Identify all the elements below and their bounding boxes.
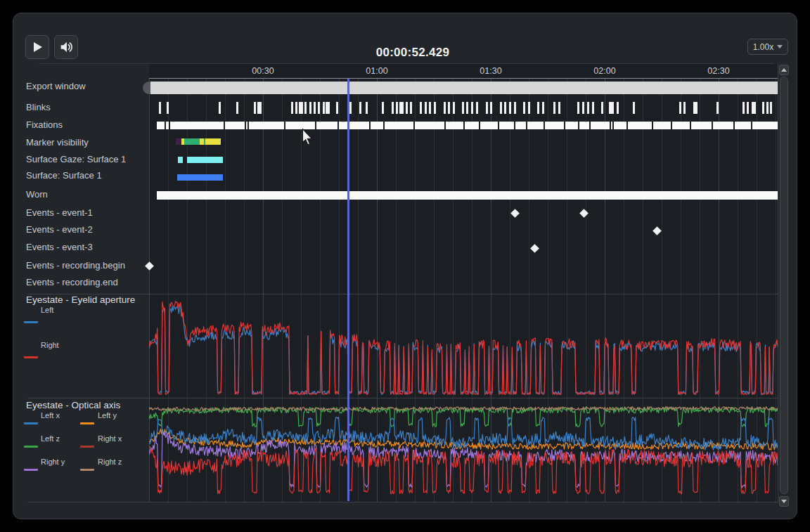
- blink-mark: [366, 102, 368, 114]
- axis-tick-label-02-30: 02:30: [707, 66, 729, 76]
- blink-mark: [392, 102, 394, 114]
- app-window: 00:00:52.429 1.00x Export windowBlinksFi…: [13, 13, 797, 519]
- blink-mark: [444, 102, 446, 114]
- legend-label-right-z: Right z: [98, 458, 122, 466]
- legend-swatch-right-x: [80, 446, 94, 448]
- blink-mark: [766, 102, 769, 114]
- blink-mark: [462, 102, 464, 114]
- blink-mark: [476, 102, 478, 114]
- blink-mark: [592, 102, 594, 114]
- panel-right-edge: [778, 64, 778, 502]
- fixation-gap: [165, 122, 166, 129]
- legend-label-left-z: Left z: [41, 434, 60, 443]
- blink-mark: [762, 102, 764, 114]
- marker-visibility-segment: [200, 138, 221, 145]
- panel-bottom-divider: [27, 502, 778, 502]
- blink-mark: [523, 102, 525, 114]
- scrollbar-down-button[interactable]: [779, 496, 789, 507]
- section-divider-eyelid: [27, 294, 778, 294]
- blink-mark: [254, 102, 256, 114]
- legend-label-right-y: Right y: [41, 458, 65, 466]
- playback-speed-value: 1.00x: [753, 42, 773, 52]
- fixation-gap: [578, 122, 579, 129]
- play-icon: [31, 41, 44, 53]
- fixation-gap: [463, 122, 465, 129]
- blink-mark: [167, 102, 169, 114]
- blink-mark: [683, 102, 686, 114]
- blink-mark: [396, 102, 398, 114]
- export-window-bar[interactable]: [150, 82, 778, 94]
- play-button[interactable]: [25, 35, 49, 59]
- section-divider-optical: [27, 398, 778, 398]
- fixation-gap: [544, 122, 545, 129]
- fixation-gap: [514, 122, 515, 129]
- event-diamond: [530, 244, 539, 253]
- fixation-gap: [671, 122, 672, 129]
- blink-mark: [633, 102, 635, 114]
- blink-mark: [309, 102, 311, 114]
- blink-mark: [770, 102, 772, 114]
- blink-mark: [537, 102, 539, 114]
- scrollbar-thumb[interactable]: [780, 77, 788, 494]
- legend-label-right: Right: [41, 341, 59, 349]
- blink-mark: [679, 102, 681, 114]
- blink-mark: [406, 102, 408, 114]
- blink-mark: [752, 102, 756, 114]
- event-diamond: [145, 261, 154, 271]
- track-label-events-recording-begin: Events - recording.begin: [26, 260, 125, 271]
- fixation-gap: [169, 122, 170, 129]
- timeline-panel[interactable]: 00:3001:0001:3002:0002:30: [149, 64, 778, 502]
- blink-mark: [420, 102, 422, 114]
- fixation-gap: [224, 122, 225, 129]
- blink-mark: [553, 102, 555, 114]
- audio-button[interactable]: [54, 35, 78, 59]
- chevron-down-icon: [777, 45, 783, 48]
- legend-label-right-x: Right x: [98, 434, 122, 443]
- blink-mark: [295, 102, 297, 114]
- blink-mark: [382, 102, 384, 114]
- timecode-display: 00:00:52.429: [376, 46, 450, 60]
- playhead[interactable]: [347, 79, 349, 501]
- track-label-fixations: Fixations: [26, 119, 63, 130]
- eyelid-aperture-chart-series-right: [149, 301, 778, 394]
- axis-tick-label-01-30: 01:30: [480, 66, 501, 76]
- worn-segment: [157, 191, 778, 200]
- track-label-events-event-2: Events - event-2: [26, 224, 93, 235]
- blink-mark: [471, 102, 473, 114]
- blink-mark: [219, 102, 221, 114]
- fixation-gap: [248, 122, 249, 129]
- blink-mark: [399, 102, 404, 114]
- blink-mark: [453, 102, 455, 114]
- fixation-gap: [338, 122, 339, 129]
- blink-mark: [528, 102, 530, 114]
- legend-swatch-right-z: [80, 469, 94, 471]
- track-label-surface-gaze-surface-1: Surface Gaze: Surface 1: [26, 154, 126, 164]
- scroll-up-icon: [781, 68, 787, 72]
- blink-mark: [490, 102, 492, 114]
- playback-speed-select[interactable]: 1.00x: [747, 39, 788, 55]
- blink-mark: [504, 102, 506, 114]
- blink-mark: [323, 102, 325, 114]
- fixation-gap: [413, 122, 415, 129]
- legend-swatch-right-y: [24, 469, 38, 471]
- fixations-bar: [157, 122, 778, 129]
- fixation-gap: [652, 122, 653, 129]
- axis-tick-label-02-00: 02:00: [593, 66, 615, 76]
- mouse-cursor: [302, 129, 314, 147]
- fixation-gap: [612, 122, 614, 129]
- fixation-gap: [733, 122, 735, 129]
- fixation-gap: [610, 122, 611, 129]
- blink-mark: [304, 102, 307, 114]
- track-label-worn: Worn: [26, 189, 48, 200]
- scrollbar-up-button[interactable]: [779, 65, 789, 75]
- optical-axis-chart-series-left-z: [149, 407, 778, 427]
- blink-mark: [434, 102, 436, 114]
- fixation-gap: [498, 122, 499, 129]
- legend-swatch-right: [24, 356, 38, 358]
- blink-mark: [582, 102, 584, 114]
- legend-swatch-left-z: [24, 446, 38, 448]
- fixation-gap: [626, 122, 628, 129]
- blink-mark: [336, 102, 338, 114]
- blink-mark: [429, 102, 431, 114]
- section-label-0: Eyestate - Eyelid aperture: [26, 294, 135, 305]
